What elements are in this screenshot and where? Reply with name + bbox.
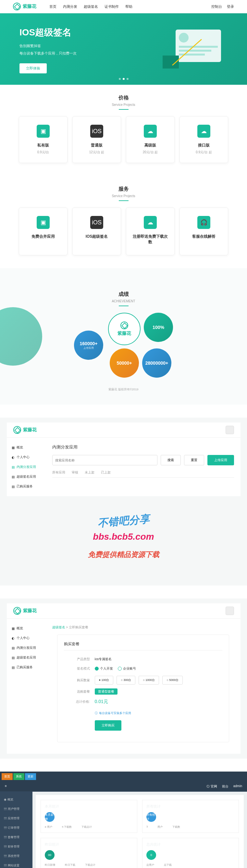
sidebar-supersign[interactable]: ▤超级签名应用 <box>7 472 46 482</box>
admin-tab-system[interactable]: 系统 <box>13 773 24 780</box>
radio-enterprise[interactable]: 企业账号 <box>118 666 136 671</box>
services-header: 服务 Service Projects <box>0 176 247 208</box>
logo[interactable]: 紫藤花 <box>13 607 37 615</box>
sidebar-distribute[interactable]: ▤内测分发应用 <box>7 643 46 653</box>
pricing-card-normal[interactable]: iOS 普通版 12元/台 起 <box>72 116 121 163</box>
nav-links: 首页 内测分发 超级签名 证书制作 帮助 <box>49 4 211 9</box>
package-option[interactable]: 普通型套餐 <box>95 688 118 694</box>
admin-tab-home[interactable]: 首页 <box>2 773 13 780</box>
breadcrumb: 超级签名 > 立即购买套餐 <box>52 625 234 630</box>
brand-text: 紫藤花 <box>23 608 37 614</box>
sidebar-overview[interactable]: ▦概览 <box>7 623 46 633</box>
dot-1[interactable] <box>119 78 121 80</box>
filter-tabs: 所有应用 审核 未上架 已上架 <box>52 470 234 478</box>
nav-login[interactable]: 登录 <box>227 4 234 9</box>
admin-nav-site[interactable]: ▤ 网站设置 <box>0 861 32 868</box>
tab-all[interactable]: 所有应用 <box>52 470 65 475</box>
logo-icon <box>13 3 21 10</box>
buy-button[interactable]: 立即购买 <box>95 720 121 731</box>
tab-listed[interactable]: 已上架 <box>101 470 111 475</box>
admin-nav-system[interactable]: ▤ 系统管理 <box>0 851 32 861</box>
nav-cert[interactable]: 证书制作 <box>104 4 119 9</box>
card-title: 客服在线解答 <box>185 234 223 239</box>
search-row: 搜索 重置 上传应用 <box>52 455 234 465</box>
logo[interactable]: 紫藤花 <box>13 426 37 434</box>
sidebar-overview[interactable]: ▦概览 <box>7 443 46 452</box>
form-row-helper: ⓘ每台设备可安装多个应用 <box>64 710 222 715</box>
stat-circle-percent: 100% <box>144 313 173 342</box>
card-title: 高级版 <box>131 143 169 148</box>
reset-button[interactable]: 重置 <box>184 455 204 465</box>
ios-icon: iOS <box>90 216 103 229</box>
form-row-product: 产品类型 ios专属签名 <box>64 657 222 661</box>
admin-nav-packages[interactable]: ▤ 套餐管理 <box>0 833 32 842</box>
admin-body: ◉ 概览 ▤ 用户管理 ▤ 应用管理 ▤ 订单管理 ▤ 套餐管理 ▤ 财务管理 … <box>0 792 247 868</box>
stat-circles: 160000+ 上传应用 紫藤花 100% 50000+ 28000000+ <box>0 313 247 378</box>
pricing-card-private[interactable]: ▣ 私有版 0.9元/台 <box>19 116 67 163</box>
layers-icon: ▣ <box>37 125 50 138</box>
sidebar-purchased[interactable]: ▤已购买服务 <box>7 482 46 491</box>
sidebar-profile[interactable]: ◐个人中心 <box>7 633 46 643</box>
search-input[interactable] <box>52 455 157 465</box>
pricing-card-api[interactable]: ☁ 接口版 0.9元/台 起 <box>180 116 228 163</box>
admin-nav-overview[interactable]: ◉ 概览 <box>0 795 32 804</box>
admin-user[interactable]: admin <box>234 784 242 789</box>
stat-circle-icon: 本月新增 <box>45 812 55 822</box>
admin-nav-apps[interactable]: ▤ 应用管理 <box>0 814 32 823</box>
nav-help[interactable]: 帮助 <box>125 4 132 9</box>
admin-nav-users[interactable]: ▤ 用户管理 <box>0 804 32 814</box>
hero-illustration <box>156 23 227 75</box>
pkg-1000[interactable]: ○ 1000台 <box>138 676 159 685</box>
nav-distribute[interactable]: 内测分发 <box>63 4 77 9</box>
sidebar-profile[interactable]: ◐个人中心 <box>7 452 46 462</box>
service-card-support[interactable]: 🎧 客服在线解答 <box>180 208 228 255</box>
card-price: 20元/台 起 <box>131 150 169 155</box>
admin-nav-orders[interactable]: ▤ 订单管理 <box>0 823 32 833</box>
dot-3[interactable] <box>127 78 128 80</box>
form-title: 购买套餐 <box>64 641 222 650</box>
user-avatar[interactable] <box>225 607 234 615</box>
dot-2[interactable] <box>123 78 125 80</box>
cart-icon: ▤ <box>12 666 14 669</box>
logo[interactable]: 紫藤花 <box>13 3 36 10</box>
radio-personal[interactable]: 个人开发 <box>95 666 113 671</box>
nav-home[interactable]: 首页 <box>49 4 57 9</box>
pricing-cards: ▣ 私有版 0.9元/台 iOS 普通版 12元/台 起 ☁ 高级版 20元/台… <box>0 116 247 176</box>
nav-supersign[interactable]: 超级签名 <box>84 4 98 9</box>
search-button[interactable]: 搜索 <box>161 455 181 465</box>
menu-icon[interactable]: ≡ <box>5 784 7 789</box>
admin-link-site[interactable]: ◎ 官网 <box>207 784 217 789</box>
ios-icon: iOS <box>90 125 103 138</box>
top-nav: 紫藤花 首页 内测分发 超级签名 证书制作 帮助 控制台 登录 <box>0 0 247 13</box>
hero-cta-button[interactable]: 立即体验 <box>20 63 47 73</box>
achievements-subtitle: ACHIEVEMENT <box>0 300 247 303</box>
pkg-100[interactable]: ● 100台 <box>95 676 114 685</box>
nav-console[interactable]: 控制台 <box>211 4 222 9</box>
upload-button[interactable]: 上传应用 <box>207 455 234 465</box>
pkg-5000[interactable]: ○ 5000台 <box>162 676 183 685</box>
stat-box-month: 本月统计 本月新增 8 用户5 下载数下载总计 <box>40 800 137 833</box>
card-title: 接口版 <box>185 143 223 148</box>
card-title: IOS超级签名 <box>78 234 116 239</box>
breadcrumb-home[interactable]: 超级签名 <box>52 625 65 629</box>
tab-review[interactable]: 审核 <box>72 470 78 475</box>
card-price: 0.9元/台 <box>24 150 62 155</box>
sidebar-distribute[interactable]: ▤内测分发应用 <box>7 462 46 472</box>
user-avatar[interactable] <box>225 426 234 434</box>
sidebar-supersign[interactable]: ▤超级签名应用 <box>7 653 46 662</box>
pricing-card-premium[interactable]: ☁ 高级版 20元/台 起 <box>126 116 175 163</box>
tab-unlisted[interactable]: 未上架 <box>85 470 94 475</box>
sign-icon: ▤ <box>12 656 14 659</box>
sidebar-purchased[interactable]: ▤已购买服务 <box>7 662 46 672</box>
admin-tab-update[interactable]: 更新 <box>25 773 36 780</box>
dashboard-nav: 紫藤花 <box>7 603 241 619</box>
cloud-upload-icon: ☁ <box>197 125 210 138</box>
pkg-300[interactable]: ○ 300台 <box>117 676 135 685</box>
admin-link-front[interactable]: 前台 <box>222 784 228 789</box>
app-icon: ▤ <box>12 646 14 650</box>
service-card-free[interactable]: ☁ 注册即送免费下载次数 <box>126 208 175 255</box>
app-icon: ▤ <box>12 465 14 469</box>
service-card-sign[interactable]: iOS IOS超级签名 <box>72 208 121 255</box>
admin-nav-finance[interactable]: ▤ 财务管理 <box>0 842 32 851</box>
service-card-merge[interactable]: ▣ 免费合并应用 <box>19 208 67 255</box>
